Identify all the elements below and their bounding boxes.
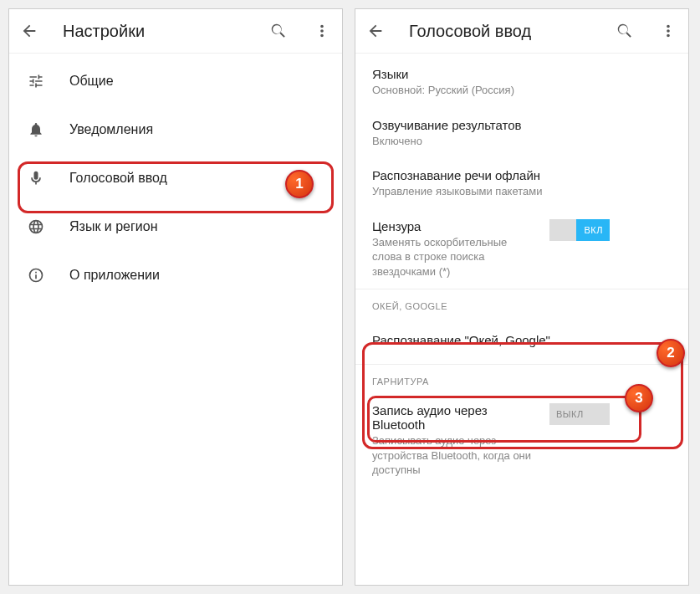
settings-item-label: Общие — [69, 74, 114, 89]
mic-icon — [26, 170, 46, 187]
settings-item-general[interactable]: Общие — [9, 57, 342, 105]
bell-icon — [26, 121, 46, 138]
setting-title: Озвучивание результатов — [372, 118, 672, 132]
voice-settings-list: Языки Основной: Русский (Россия) Озвучив… — [355, 54, 688, 585]
setting-title: Распознавание "Окей, Google" — [372, 333, 672, 347]
setting-subtitle: Управление языковыми пакетами — [372, 184, 672, 199]
setting-title: Запись аудио через Bluetooth — [372, 403, 539, 432]
setting-title: Языки — [372, 67, 672, 81]
info-icon — [26, 267, 46, 284]
setting-ok-google-recognition[interactable]: Распознавание "Окей, Google" — [355, 318, 688, 364]
bluetooth-toggle[interactable]: ВЫКЛ — [549, 403, 610, 425]
setting-bluetooth-audio[interactable]: Запись аудио через Bluetooth Записывать … — [355, 393, 688, 488]
search-icon[interactable] — [615, 21, 635, 41]
voice-settings-screen: Голосовой ввод Языки Основной: Русский (… — [355, 8, 689, 586]
settings-item-label: О приложении — [69, 268, 160, 283]
section-header-ok-google: Окей, Google — [355, 289, 688, 318]
setting-censor[interactable]: Цензура Заменять оскорбительные слова в … — [355, 209, 688, 289]
back-arrow-icon[interactable] — [19, 21, 39, 41]
setting-subtitle: Заменять оскорбительные слова в строке п… — [372, 235, 539, 279]
settings-item-label: Голосовой ввод — [69, 171, 167, 186]
setting-subtitle: Включено — [372, 134, 672, 149]
search-icon[interactable] — [268, 21, 289, 41]
settings-item-notifications[interactable]: Уведомления — [9, 105, 342, 154]
censor-toggle[interactable]: ВКЛ — [549, 219, 610, 241]
toolbar: Настройки — [9, 9, 342, 54]
toolbar: Голосовой ввод — [355, 9, 688, 54]
settings-item-language[interactable]: Язык и регион — [9, 202, 342, 251]
setting-subtitle: Записывать аудио через устройства Blueto… — [372, 433, 539, 478]
tune-icon — [26, 73, 46, 90]
settings-item-label: Уведомления — [69, 122, 153, 137]
setting-languages[interactable]: Языки Основной: Русский (Россия) — [355, 57, 688, 108]
settings-item-label: Язык и регион — [69, 219, 158, 234]
setting-tts[interactable]: Озвучивание результатов Включено — [355, 108, 688, 159]
back-arrow-icon[interactable] — [365, 21, 386, 41]
setting-offline[interactable]: Распознавание речи офлайн Управление язы… — [355, 158, 688, 209]
setting-title: Распознавание речи офлайн — [372, 168, 672, 182]
page-title: Настройки — [63, 22, 245, 41]
page-title: Голосовой ввод — [409, 22, 591, 41]
settings-screen: Настройки Общие Уведомления — [8, 8, 343, 586]
settings-item-about[interactable]: О приложении — [9, 251, 342, 300]
settings-list: Общие Уведомления Голосовой ввод Язык и … — [9, 54, 342, 585]
section-header-headset: Гарнитура — [355, 365, 688, 393]
more-vert-icon[interactable] — [312, 21, 332, 41]
setting-title: Цензура — [372, 219, 539, 233]
setting-subtitle: Основной: Русский (Россия) — [372, 83, 672, 98]
more-vert-icon[interactable] — [658, 21, 678, 41]
settings-item-voice[interactable]: Голосовой ввод — [9, 154, 342, 202]
globe-icon — [26, 218, 46, 235]
